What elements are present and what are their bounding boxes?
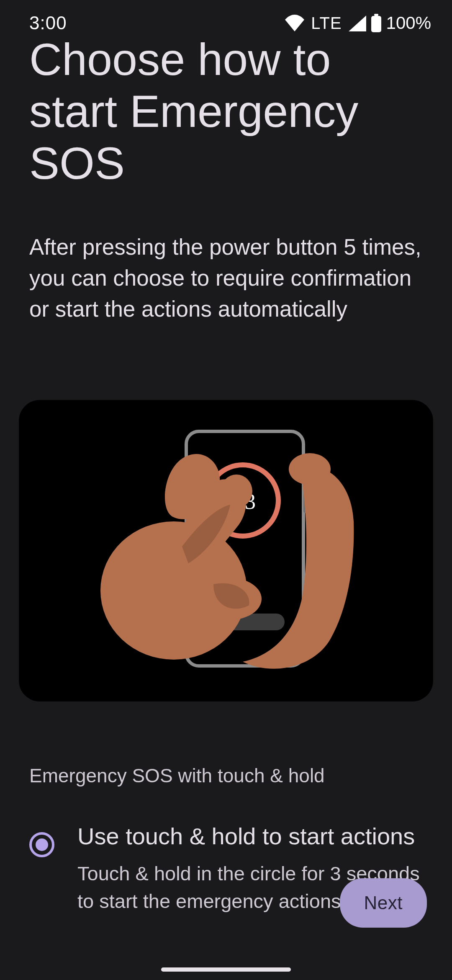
network-type: LTE	[311, 14, 342, 33]
illustration-card: ✕ 3	[19, 400, 433, 701]
signal-icon	[348, 15, 366, 31]
option-title: Use touch & hold to start actions	[77, 820, 423, 852]
radio-selected-icon[interactable]	[29, 832, 54, 857]
section-label: Emergency SOS with touch & hold	[29, 764, 423, 787]
status-time: 3:00	[29, 13, 67, 34]
next-button[interactable]: Next	[340, 878, 427, 928]
svg-point-8	[289, 453, 331, 485]
svg-rect-1	[371, 16, 381, 32]
touch-hold-illustration: ✕ 3	[75, 421, 377, 681]
nav-handle[interactable]	[161, 967, 291, 972]
status-right: LTE 100%	[284, 13, 431, 33]
page-subtitle: After pressing the power button 5 times,…	[29, 232, 423, 325]
battery-percent: 100%	[386, 13, 431, 33]
wifi-icon	[284, 15, 305, 31]
main-content: Choose how to start Emergency SOS After …	[0, 34, 452, 325]
svg-point-11	[221, 475, 252, 508]
page-title: Choose how to start Emergency SOS	[29, 34, 423, 190]
svg-rect-0	[374, 14, 378, 16]
battery-icon	[370, 14, 382, 32]
